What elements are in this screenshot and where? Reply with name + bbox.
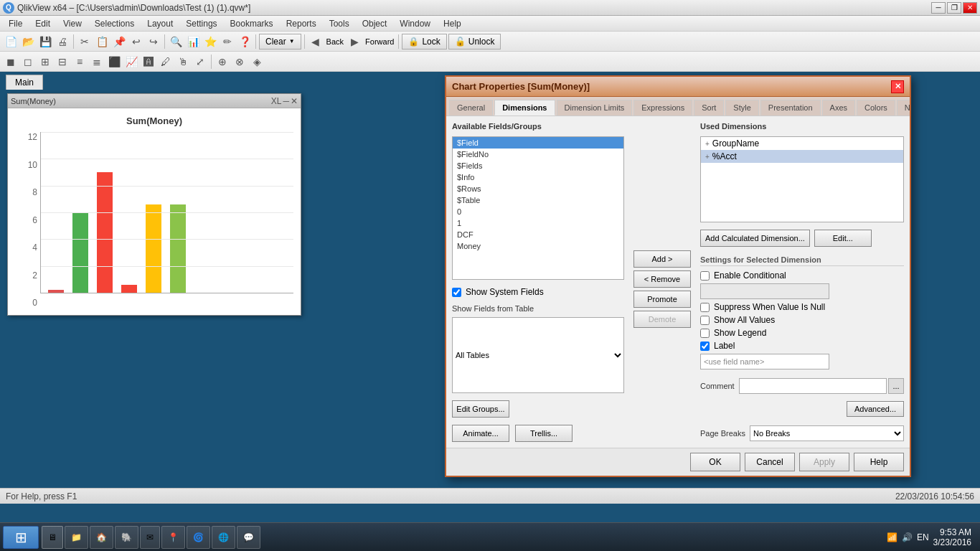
taskbar-app-0[interactable]: 🖥	[42, 526, 63, 549]
field-item-8[interactable]: DCF	[453, 229, 623, 240]
search-icon[interactable]: 🔍	[168, 34, 184, 50]
save-icon[interactable]: 💾	[37, 34, 53, 50]
clear-button[interactable]: Clear ▼	[259, 34, 301, 50]
remove-button[interactable]: < Remove	[633, 270, 691, 288]
help-button[interactable]: Help	[854, 453, 904, 471]
tb2-5[interactable]: ≡	[72, 54, 88, 70]
taskbar-app-6[interactable]: 🌀	[187, 526, 210, 549]
label-checkbox[interactable]	[700, 342, 710, 351]
chart-window-controls[interactable]: XL ─ ✕	[271, 96, 298, 106]
tb2-11[interactable]: 🖱	[175, 54, 191, 70]
taskbar-app-1[interactable]: 📁	[65, 526, 88, 549]
tb2-8[interactable]: 📈	[123, 54, 139, 70]
tab-dim-limits[interactable]: Dimension Limits	[557, 100, 633, 116]
tab-sort[interactable]: Sort	[694, 100, 724, 116]
taskbar-app-5[interactable]: 📍	[161, 526, 185, 549]
taskbar-app-2[interactable]: 🏠	[90, 526, 113, 549]
menu-file[interactable]: File	[3, 17, 28, 30]
field-item-3[interactable]: $Info	[453, 171, 623, 183]
field-item-5[interactable]: $Table	[453, 194, 623, 206]
menu-bookmarks[interactable]: Bookmarks	[225, 17, 279, 30]
tb2-7[interactable]: ⬛	[106, 54, 122, 70]
close-button[interactable]: ✕	[963, 2, 977, 14]
menu-settings[interactable]: Settings	[180, 17, 222, 30]
tab-presentation[interactable]: Presentation	[760, 100, 821, 116]
used-dim-0[interactable]: + GroupName	[701, 137, 903, 150]
chart-close-icon[interactable]: ✕	[291, 96, 298, 106]
page-breaks-select[interactable]: No Breaks	[750, 425, 904, 441]
chart-icon[interactable]: 📊	[185, 34, 201, 50]
tb2-1[interactable]: ◼	[3, 54, 19, 70]
menu-window[interactable]: Window	[394, 17, 436, 30]
enable-conditional-checkbox[interactable]	[700, 271, 710, 281]
print-icon[interactable]: 🖨	[55, 34, 70, 50]
bookmark-icon[interactable]: ⭐	[202, 34, 218, 50]
tab-general[interactable]: General	[449, 100, 493, 116]
trellis-button[interactable]: Trellis...	[515, 425, 573, 442]
menu-selections[interactable]: Selections	[89, 17, 140, 30]
ok-button[interactable]: OK	[690, 453, 740, 471]
taskbar-app-3[interactable]: 🐘	[115, 526, 138, 549]
menu-object[interactable]: Object	[357, 17, 393, 30]
field-item-1[interactable]: $FieldNo	[453, 149, 623, 160]
demote-button[interactable]: Demote	[633, 311, 691, 328]
field-item-0[interactable]: $Field	[453, 137, 623, 149]
show-legend-checkbox[interactable]	[700, 329, 710, 338]
tab-colors[interactable]: Colors	[857, 100, 895, 116]
tab-axes[interactable]: Axes	[822, 100, 855, 116]
field-item-7[interactable]: 1	[453, 217, 623, 229]
tab-style[interactable]: Style	[725, 100, 758, 116]
add-calc-dim-button[interactable]: Add Calculated Dimension...	[700, 230, 810, 247]
advanced-button[interactable]: Advanced...	[847, 401, 904, 417]
field-item-2[interactable]: $Fields	[453, 160, 623, 171]
tb2-2[interactable]: ◻	[20, 54, 36, 70]
tab-number[interactable]: Number	[897, 100, 910, 116]
show-fields-select[interactable]: All Tables	[452, 317, 624, 393]
dialog-close-button[interactable]: ✕	[891, 80, 904, 93]
menu-layout[interactable]: Layout	[141, 17, 179, 30]
comment-input[interactable]	[739, 378, 887, 394]
window-controls[interactable]: ─ ❐ ✕	[931, 2, 977, 14]
chart-size-icon[interactable]: XL	[271, 96, 282, 106]
edit-dim-button[interactable]: Edit...	[814, 230, 872, 247]
used-dimensions-list[interactable]: + GroupName + %Acct	[700, 136, 904, 222]
tb2-3[interactable]: ⊞	[37, 54, 53, 70]
taskbar-app-7[interactable]: 🌐	[212, 526, 235, 549]
field-item-4[interactable]: $Rows	[453, 183, 623, 194]
tb2-9[interactable]: 🅰	[141, 54, 156, 70]
add-button[interactable]: Add >	[633, 250, 691, 268]
tb2-13[interactable]: ⊕	[215, 54, 230, 70]
menu-reports[interactable]: Reports	[281, 17, 322, 30]
new-icon[interactable]: 📄	[3, 34, 19, 50]
tb2-6[interactable]: ≣	[89, 54, 105, 70]
menu-edit[interactable]: Edit	[29, 17, 56, 30]
tb2-15[interactable]: ◈	[249, 54, 265, 70]
open-icon[interactable]: 📂	[20, 34, 36, 50]
field-item-6[interactable]: 0	[453, 206, 623, 217]
system-clock[interactable]: 9:53 AM 3/23/2016	[933, 527, 971, 547]
cancel-button[interactable]: Cancel	[745, 453, 795, 471]
show-system-fields-checkbox[interactable]	[452, 288, 461, 297]
tb2-4[interactable]: ⊟	[55, 54, 70, 70]
start-button[interactable]: ⊞	[3, 526, 39, 549]
comment-browse-button[interactable]: ...	[888, 378, 904, 394]
minimize-button[interactable]: ─	[931, 2, 946, 14]
main-tab[interactable]: Main	[6, 75, 43, 90]
back-icon[interactable]: ◀	[308, 34, 324, 50]
field-item-9[interactable]: Money	[453, 240, 623, 252]
redo-icon[interactable]: ↪	[146, 34, 161, 50]
show-all-values-checkbox[interactable]	[700, 316, 710, 325]
cut-icon[interactable]: ✂	[77, 34, 93, 50]
copy-icon[interactable]: 📋	[94, 34, 110, 50]
apply-button[interactable]: Apply	[799, 453, 849, 471]
tab-expressions[interactable]: Expressions	[633, 100, 692, 116]
animate-button[interactable]: Animate...	[452, 425, 509, 442]
chart-min-icon[interactable]: ─	[283, 96, 289, 106]
label-input[interactable]	[700, 354, 829, 369]
taskbar-app-8[interactable]: 💬	[237, 526, 260, 549]
edit-icon[interactable]: ✏	[220, 34, 235, 50]
available-fields-list[interactable]: $Field $FieldNo $Fields $Info $Rows $Tab…	[452, 136, 624, 280]
paste-icon[interactable]: 📌	[111, 34, 127, 50]
unlock-button[interactable]: 🔓 Unlock	[448, 34, 501, 50]
tb2-10[interactable]: 🖊	[158, 54, 174, 70]
